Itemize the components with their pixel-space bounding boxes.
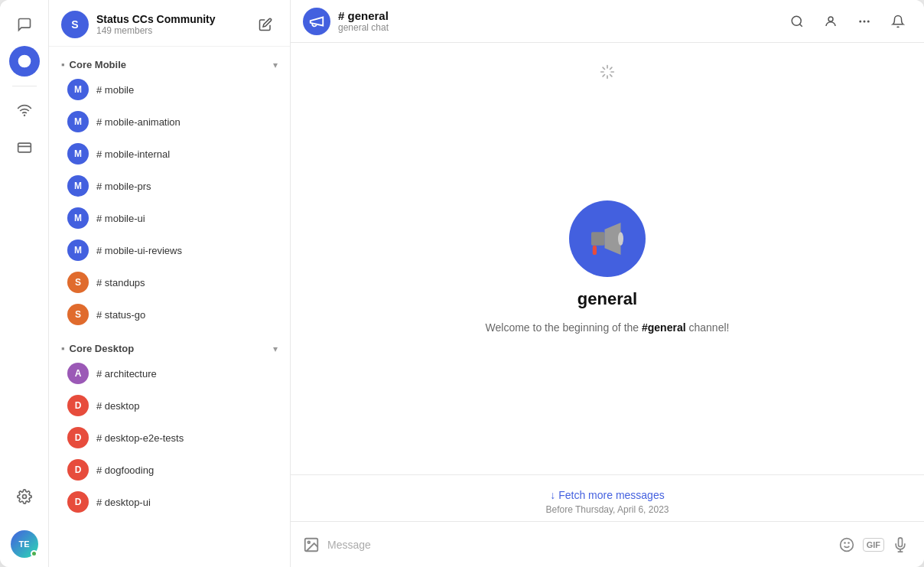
channel-name: # desktop-e2e-tests [96,432,184,444]
channel-avatar: S [67,272,89,293]
svg-rect-10 [591,232,605,246]
svg-point-5 [792,16,801,25]
channel-name: # mobile-ui [96,213,145,224]
channel-name: # desktop [96,400,139,412]
channel-item-standups[interactable]: S # standups [55,266,284,298]
channel-welcome-icon [569,200,646,277]
group-icon: ▪ [61,59,65,70]
channel-item-status-go[interactable]: S # status-go [55,298,284,331]
input-right-actions: GIF [835,533,912,556]
fetch-messages-button[interactable]: ↓ Fetch more messages [550,489,664,501]
fetch-messages-section: ↓ Fetch more messages Before Thursday, A… [291,474,924,521]
channel-name: # mobile-prs [96,181,151,192]
channel-avatar: M [67,175,89,197]
svg-rect-3 [18,143,31,152]
channel-name: # mobile [96,84,134,96]
svg-point-9 [867,20,870,22]
channel-header: # general general chat [291,0,924,43]
channel-name: # standups [96,277,145,288]
channel-avatar: M [67,111,89,132]
community-info[interactable]: S Status CCs Community 149 members [61,11,216,38]
channel-header-actions [783,8,912,35]
channel-item-mobile-ui-reviews[interactable]: M # mobile-ui-reviews [55,234,284,266]
svg-point-1 [21,59,27,64]
channel-item-mobile-internal[interactable]: M # mobile-internal [55,138,284,170]
channel-avatar: D [67,491,89,513]
chevron-down-icon: ▾ [273,344,278,354]
channel-item-mobile-animation[interactable]: M # mobile-animation [55,106,284,138]
search-button[interactable] [783,8,811,35]
channel-item-dogfooding[interactable]: D # dogfooding [55,454,284,486]
channel-name: # mobile-animation [96,116,181,128]
notification-button[interactable] [884,8,912,35]
attachment-button[interactable] [303,536,320,553]
antenna-nav-icon[interactable] [9,96,40,126]
channel-avatar: D [67,459,89,481]
channel-group-core-mobile[interactable]: ▪ Core Mobile ▾ [49,53,290,73]
group-icon: ▪ [61,343,65,354]
channel-header-desc: general chat [338,22,389,33]
svg-point-7 [859,20,861,22]
channel-item-desktop-e2e-tests[interactable]: D # desktop-e2e-tests [55,422,284,454]
sidebar-channels: ▪ Core Mobile ▾ M # mobile M # mobile-an… [49,47,290,567]
svg-point-4 [22,495,26,499]
community-name: Status CCs Community [96,13,216,25]
channel-avatar: M [67,207,89,229]
channel-avatar: M [67,143,89,165]
profile-button[interactable] [817,8,844,35]
icon-bar: TE [0,0,49,567]
channel-name: # desktop-ui [96,497,151,508]
channel-header-avatar [303,8,330,35]
channel-avatar: D [67,395,89,416]
channel-item-mobile-prs[interactable]: M # mobile-prs [55,170,284,202]
channel-header-name: # general [338,9,389,22]
channel-name: # dogfooding [96,464,154,476]
loading-spinner [600,64,615,83]
svg-point-13 [618,232,623,246]
chat-nav-icon[interactable] [9,9,40,40]
channel-item-desktop[interactable]: D # desktop [55,389,284,422]
sidebar: S Status CCs Community 149 members ▪ Cor… [49,0,291,567]
message-input[interactable] [327,539,828,551]
channel-avatar: M [67,79,89,100]
channel-item-mobile-ui[interactable]: M # mobile-ui [55,202,284,234]
svg-point-15 [307,541,310,543]
channel-name: # status-go [96,309,145,321]
message-input-area: GIF [291,521,924,567]
svg-point-8 [864,20,866,22]
community-members: 149 members [96,25,216,36]
channel-name: # mobile-ui-reviews [96,245,182,256]
more-button[interactable] [851,8,878,35]
cards-nav-icon[interactable] [9,132,40,163]
status-nav-icon[interactable] [9,46,40,77]
audio-button[interactable] [889,533,912,556]
channel-group-core-desktop[interactable]: ▪ Core Desktop ▾ [49,337,290,357]
channel-welcome-description: Welcome to the beginning of the #general… [486,321,730,334]
svg-rect-12 [593,245,597,254]
channel-name: # mobile-internal [96,148,170,160]
group-title: Core Desktop [70,343,135,354]
channel-avatar: A [67,363,89,384]
channel-item-desktop-ui[interactable]: D # desktop-ui [55,486,284,518]
group-title: Core Mobile [70,59,126,70]
channel-welcome: general Welcome to the beginning of the … [486,200,730,334]
svg-point-6 [828,17,833,21]
settings-nav-icon[interactable] [9,481,40,512]
gif-button[interactable]: GIF [863,538,884,552]
compose-button[interactable] [253,12,278,37]
messages-area: general Welcome to the beginning of the … [291,43,924,521]
sidebar-header: S Status CCs Community 149 members [49,0,290,47]
channel-item-mobile[interactable]: M # mobile [55,73,284,106]
chevron-down-icon: ▾ [273,60,278,70]
community-avatar: S [61,11,89,38]
svg-point-16 [840,538,853,551]
fetch-before-text: Before Thursday, April 6, 2023 [546,504,669,515]
emoji-button[interactable] [835,533,858,556]
channel-avatar: S [67,304,89,325]
user-avatar[interactable]: TE [11,530,38,558]
channel-name: # architecture [96,368,157,380]
channel-item-architecture[interactable]: A # architecture [55,357,284,389]
channel-welcome-name: general [578,289,637,309]
channel-avatar: D [67,427,89,448]
online-indicator [31,550,37,557]
